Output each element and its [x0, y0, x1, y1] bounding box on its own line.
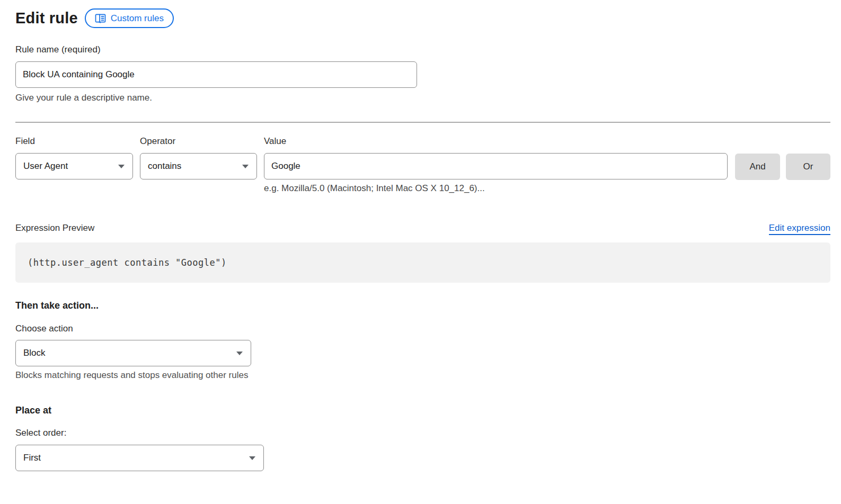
select-order-label: Select order: [15, 428, 830, 438]
chevron-down-icon [236, 352, 243, 355]
action-section: Then take action... Choose action Block … [15, 300, 830, 381]
or-button[interactable]: Or [786, 154, 830, 180]
choose-action-label: Choose action [15, 323, 830, 334]
value-column: Value e.g. Mozilla/5.0 (Macintosh; Intel… [264, 136, 728, 194]
operator-label: Operator [140, 136, 257, 147]
field-select[interactable]: User Agent [15, 153, 133, 179]
order-select-value: First [23, 453, 41, 463]
action-helper: Blocks matching requests and stops evalu… [15, 370, 830, 381]
action-select-value: Block [23, 348, 46, 358]
field-select-value: User Agent [23, 161, 68, 172]
page-header: Edit rule Custom rules [15, 8, 830, 28]
custom-rules-label: Custom rules [111, 13, 164, 24]
action-heading: Then take action... [15, 300, 830, 311]
placement-section: Place at Select order: First [15, 405, 830, 471]
open-book-icon [95, 14, 106, 23]
edit-rule-page: Edit rule Custom rules Rule name (requir… [0, 0, 841, 471]
custom-rules-docs-button[interactable]: Custom rules [85, 8, 174, 28]
order-select[interactable]: First [15, 445, 264, 471]
value-input[interactable] [264, 153, 728, 179]
page-title: Edit rule [15, 10, 78, 27]
rule-name-helper: Give your rule a descriptive name. [15, 93, 830, 103]
chevron-down-icon [249, 456, 255, 460]
section-divider [15, 122, 830, 123]
expression-header: Expression Preview Edit expression [15, 223, 830, 235]
condition-row: Field User Agent Operator contains Value… [15, 136, 830, 194]
field-column: Field User Agent [15, 136, 133, 179]
condition-section: Field User Agent Operator contains Value… [15, 136, 830, 194]
value-label: Value [264, 136, 728, 147]
rule-name-input[interactable] [15, 61, 417, 88]
field-label: Field [15, 136, 133, 147]
chevron-down-icon [118, 165, 125, 168]
action-select[interactable]: Block [15, 340, 251, 366]
place-at-heading: Place at [15, 405, 830, 416]
operator-select-value: contains [148, 161, 181, 172]
rule-name-label: Rule name (required) [15, 44, 830, 55]
operator-column: Operator contains [140, 136, 257, 179]
expression-preview-label: Expression Preview [15, 223, 94, 233]
expression-section: Expression Preview Edit expression (http… [15, 223, 830, 283]
edit-expression-link[interactable]: Edit expression [769, 223, 830, 235]
chevron-down-icon [242, 165, 249, 168]
operator-select[interactable]: contains [140, 153, 257, 179]
expression-code: (http.user_agent contains "Google") [28, 257, 227, 268]
expression-code-box: (http.user_agent contains "Google") [15, 242, 830, 283]
rule-name-section: Rule name (required) Give your rule a de… [15, 44, 830, 103]
and-button[interactable]: And [735, 154, 780, 180]
value-helper: e.g. Mozilla/5.0 (Macintosh; Intel Mac O… [264, 183, 728, 194]
